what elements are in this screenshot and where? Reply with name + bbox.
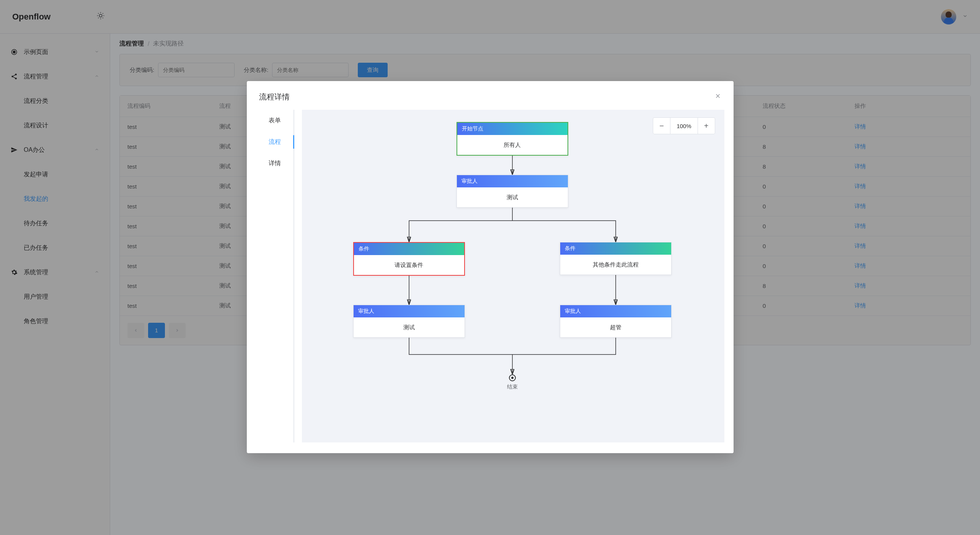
zoom-out-button[interactable]: − bbox=[653, 118, 670, 134]
zoom-in-button[interactable]: + bbox=[698, 118, 715, 134]
flow-node-condition-right[interactable]: 条件 其他条件走此流程 bbox=[560, 242, 672, 275]
flow-node-approver-left[interactable]: 审批人 测试 bbox=[353, 305, 465, 338]
zoom-value: 100% bbox=[670, 118, 698, 134]
flow-connectors bbox=[302, 110, 724, 442]
dialog-close-button[interactable] bbox=[714, 93, 721, 101]
dialog-title: 流程详情 bbox=[259, 92, 290, 102]
tab-form[interactable]: 表单 bbox=[256, 110, 294, 131]
flow-node-end[interactable]: 结束 bbox=[506, 374, 519, 390]
flow-node-condition-left[interactable]: 条件 请设置条件 bbox=[353, 242, 465, 276]
end-circle-icon bbox=[509, 374, 516, 381]
tab-detail[interactable]: 详情 bbox=[256, 153, 294, 174]
flow-node-approver-1[interactable]: 审批人 测试 bbox=[457, 175, 568, 208]
flow-node-approver-right[interactable]: 审批人 超管 bbox=[560, 305, 672, 338]
tab-flow[interactable]: 流程 bbox=[256, 131, 294, 153]
flow-canvas[interactable]: − 100% + bbox=[302, 110, 724, 442]
zoom-control: − 100% + bbox=[653, 117, 715, 134]
flow-node-start[interactable]: 开始节点 所有人 bbox=[457, 122, 568, 156]
flow-detail-dialog: 流程详情 表单 流程 详情 − 100% + bbox=[247, 81, 734, 453]
dialog-tabs: 表单 流程 详情 bbox=[256, 110, 294, 442]
